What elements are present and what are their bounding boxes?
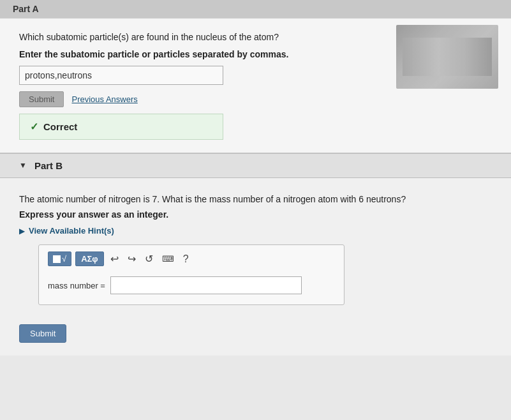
decorative-image: [396, 25, 498, 89]
mass-number-label: mass number =: [48, 281, 105, 290]
top-bar-label: Part A: [13, 4, 39, 14]
help-button[interactable]: ?: [181, 252, 191, 266]
top-bar: Part A: [0, 0, 511, 18]
refresh-button[interactable]: ↺: [142, 251, 156, 266]
collapse-arrow-icon[interactable]: ▼: [19, 161, 27, 170]
part-b-header: ▼ Part B: [0, 154, 511, 178]
previous-answers-link[interactable]: Previous Answers: [71, 94, 137, 104]
square-icon: [53, 255, 61, 263]
part-b-label: Part B: [34, 160, 63, 171]
hint-link[interactable]: View Available Hint(s): [29, 226, 114, 236]
toolbar-area: √ ΑΣφ ↩ ↪ ↺ ⌨ ?: [38, 244, 344, 305]
toolbar-buttons: √ ΑΣφ ↩ ↪ ↺ ⌨ ?: [48, 251, 335, 269]
main-content: Which subatomic particle(s) are found in…: [0, 18, 511, 420]
part-b-instruction: Express your answer as an integer.: [19, 209, 492, 220]
part-a-button-row: Submit Previous Answers: [19, 91, 492, 107]
radical-icon: √: [62, 254, 66, 264]
part-a-answer-input[interactable]: [19, 66, 223, 85]
part-b-question: The atomic number of nitrogen is 7. What…: [19, 193, 492, 206]
matrix-tool-button[interactable]: √: [48, 251, 71, 266]
hint-row[interactable]: ▶ View Available Hint(s): [19, 226, 492, 236]
correct-label: Correct: [43, 121, 77, 132]
undo-button[interactable]: ↩: [108, 251, 121, 266]
part-a-submit-button[interactable]: Submit: [19, 91, 64, 107]
checkmark-icon: ✓: [30, 121, 38, 133]
part-a-section: Which subatomic particle(s) are found in…: [0, 18, 511, 153]
symbol-tool-button[interactable]: ΑΣφ: [75, 251, 104, 266]
part-b-content: The atomic number of nitrogen is 7. What…: [0, 178, 511, 319]
redo-button[interactable]: ↪: [125, 251, 138, 266]
mass-number-row: mass number =: [48, 276, 335, 294]
mass-number-input[interactable]: [110, 276, 302, 294]
submit-section: Submit: [0, 318, 511, 356]
hint-arrow-icon: ▶: [19, 227, 25, 236]
part-b-submit-button[interactable]: Submit: [19, 324, 66, 343]
keyboard-button[interactable]: ⌨: [159, 253, 177, 265]
correct-box: ✓ Correct: [19, 114, 223, 140]
